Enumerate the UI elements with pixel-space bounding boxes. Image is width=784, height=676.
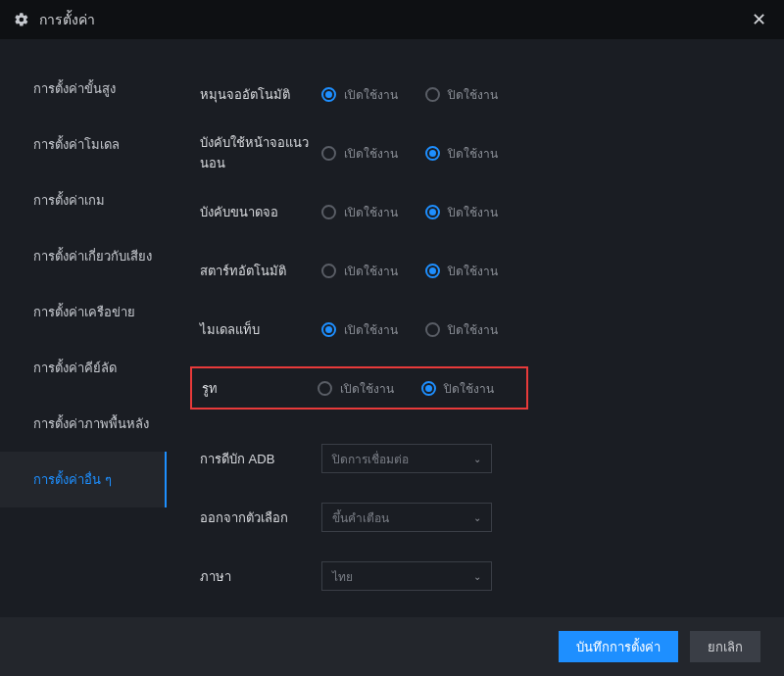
sidebar-item-label: การตั้งค่าขั้นสูง <box>33 78 116 99</box>
sidebar-item-game[interactable]: การตั้งค่าเกม <box>0 172 167 228</box>
row-label: ออกจากตัวเลือก <box>200 507 321 528</box>
radio-circle-icon <box>425 87 440 102</box>
content: หมุนจออัตโนมัติ เปิดใช้งาน ปิดใช้งาน บัง… <box>167 39 784 617</box>
radio-disable[interactable]: ปิดใช้งาน <box>425 262 498 280</box>
dropdown-language[interactable]: ไทย ⌄ <box>321 561 492 591</box>
row-label: ไมเดลแท็บ <box>200 319 321 340</box>
sidebar-item-label: การตั้งค่าเกี่ยวกับเสียง <box>33 246 152 266</box>
radio-label: ปิดใช้งาน <box>448 85 498 104</box>
close-icon[interactable]: ✕ <box>747 9 770 30</box>
radio-group-auto-start: เปิดใช้งาน ปิดใช้งาน <box>321 262 498 280</box>
sidebar-item-label: การตั้งค่าอื่น ๆ <box>33 469 112 490</box>
radio-group-root: เปิดใช้งาน ปิดใช้งาน <box>318 379 494 398</box>
radio-circle-icon <box>321 87 336 102</box>
sidebar-item-model[interactable]: การตั้งค่าโมเดล <box>0 117 167 172</box>
row-label: รูท <box>202 378 318 399</box>
sidebar-item-shortcuts[interactable]: การตั้งค่าคีย์ลัด <box>0 340 167 396</box>
cancel-button[interactable]: ยกเลิก <box>690 631 760 662</box>
sidebar-item-advanced[interactable]: การตั้งค่าขั้นสูง <box>0 61 167 117</box>
row-auto-start: สตาร์ทอัตโนมัติ เปิดใช้งาน ปิดใช้งาน <box>196 241 755 300</box>
row-root-highlighted: รูท เปิดใช้งาน ปิดใช้งาน <box>190 366 528 410</box>
radio-disable[interactable]: ปิดใช้งาน <box>425 203 498 221</box>
dropdown-exit-option[interactable]: ขึ้นคำเตือน ⌄ <box>321 503 492 532</box>
radio-enable[interactable]: เปิดใช้งาน <box>321 262 398 280</box>
radio-label: เปิดใช้งาน <box>340 379 394 398</box>
radio-circle-icon <box>321 322 336 337</box>
radio-label: เปิดใช้งาน <box>344 144 398 163</box>
radio-circle-icon <box>321 146 336 161</box>
dropdown-adb-debug[interactable]: ปิดการเชื่อมต่อ ⌄ <box>321 444 492 473</box>
chevron-down-icon: ⌄ <box>473 512 481 523</box>
titlebar-left: การตั้งค่า <box>14 9 95 30</box>
dropdown-value: ปิดการเชื่อมต่อ <box>332 450 409 468</box>
sidebar-item-label: การตั้งค่าโมเดล <box>33 134 120 155</box>
row-label: สตาร์ทอัตโนมัติ <box>200 261 321 281</box>
gear-icon <box>14 12 29 27</box>
radio-circle-icon <box>321 205 336 219</box>
radio-enable[interactable]: เปิดใช้งาน <box>321 320 398 339</box>
radio-group-model-tab: เปิดใช้งาน ปิดใช้งาน <box>321 320 498 339</box>
radio-circle-icon <box>421 381 436 396</box>
sidebar-item-label: การตั้งค่าคีย์ลัด <box>33 358 117 378</box>
dropdown-value: ขึ้นคำเตือน <box>332 508 389 527</box>
radio-circle-icon <box>318 381 332 396</box>
sidebar: การตั้งค่าขั้นสูง การตั้งค่าโมเดล การตั้… <box>0 39 167 617</box>
row-label: บังคับใช้หน้าจอแนวนอน <box>200 132 321 173</box>
radio-label: ปิดใช้งาน <box>444 379 494 398</box>
radio-label: ปิดใช้งาน <box>448 320 498 339</box>
radio-circle-icon <box>425 264 440 278</box>
row-exit-option: ออกจากตัวเลือก ขึ้นคำเตือน ⌄ <box>196 488 755 547</box>
sidebar-item-network[interactable]: การตั้งค่าเครือข่าย <box>0 284 167 340</box>
radio-label: ปิดใช้งาน <box>448 262 498 280</box>
row-label: หมุนจออัตโนมัติ <box>200 84 321 105</box>
footer: บันทึกการตั้งค่า ยกเลิก <box>0 617 784 676</box>
radio-enable[interactable]: เปิดใช้งาน <box>321 203 398 221</box>
sidebar-item-label: การตั้งค่าเกม <box>33 190 105 211</box>
sidebar-item-label: การตั้งค่าภาพพื้นหลัง <box>33 413 149 434</box>
row-adb-debug: การดีบัก ADB ปิดการเชื่อมต่อ ⌄ <box>196 429 755 488</box>
radio-circle-icon <box>425 205 440 219</box>
radio-label: เปิดใช้งาน <box>344 262 398 280</box>
row-force-landscape: บังคับใช้หน้าจอแนวนอน เปิดใช้งาน ปิดใช้ง… <box>196 123 755 182</box>
radio-label: ปิดใช้งาน <box>448 203 498 221</box>
sidebar-item-label: การตั้งค่าเครือข่าย <box>33 302 135 322</box>
radio-disable[interactable]: ปิดใช้งาน <box>425 144 498 163</box>
row-auto-rotate: หมุนจออัตโนมัติ เปิดใช้งาน ปิดใช้งาน <box>196 65 755 123</box>
radio-group-force-landscape: เปิดใช้งาน ปิดใช้งาน <box>321 144 498 163</box>
sidebar-item-wallpaper[interactable]: การตั้งค่าภาพพื้นหลัง <box>0 396 167 452</box>
radio-enable[interactable]: เปิดใช้งาน <box>318 379 394 398</box>
radio-label: เปิดใช้งาน <box>344 85 398 104</box>
settings-window: การตั้งค่า ✕ การตั้งค่าขั้นสูง การตั้งค่… <box>0 0 784 676</box>
radio-enable[interactable]: เปิดใช้งาน <box>321 85 398 104</box>
window-title: การตั้งค่า <box>39 9 95 30</box>
row-language: ภาษา ไทย ⌄ <box>196 547 755 605</box>
chevron-down-icon: ⌄ <box>473 571 481 582</box>
radio-label: ปิดใช้งาน <box>448 144 498 163</box>
radio-enable[interactable]: เปิดใช้งาน <box>321 144 398 163</box>
save-button[interactable]: บันทึกการตั้งค่า <box>559 631 678 662</box>
radio-label: เปิดใช้งาน <box>344 203 398 221</box>
radio-label: เปิดใช้งาน <box>344 320 398 339</box>
sidebar-item-audio[interactable]: การตั้งค่าเกี่ยวกับเสียง <box>0 228 167 284</box>
row-label: บังคับขนาดจอ <box>200 202 321 222</box>
chevron-down-icon: ⌄ <box>473 454 481 464</box>
radio-disable[interactable]: ปิดใช้งาน <box>425 85 498 104</box>
radio-circle-icon <box>425 146 440 161</box>
radio-circle-icon <box>425 322 440 337</box>
radio-group-auto-rotate: เปิดใช้งาน ปิดใช้งาน <box>321 85 498 104</box>
radio-group-force-screen-size: เปิดใช้งาน ปิดใช้งาน <box>321 203 498 221</box>
row-force-screen-size: บังคับขนาดจอ เปิดใช้งาน ปิดใช้งาน <box>196 182 755 241</box>
row-label: การดีบัก ADB <box>200 449 321 469</box>
row-model-tab: ไมเดลแท็บ เปิดใช้งาน ปิดใช้งาน <box>196 300 755 359</box>
radio-circle-icon <box>321 264 336 278</box>
row-label: ภาษา <box>200 566 321 587</box>
body: การตั้งค่าขั้นสูง การตั้งค่าโมเดล การตั้… <box>0 39 784 617</box>
titlebar: การตั้งค่า ✕ <box>0 0 784 39</box>
dropdown-value: ไทย <box>332 567 353 586</box>
sidebar-item-other[interactable]: การตั้งค่าอื่น ๆ <box>0 452 167 507</box>
radio-disable[interactable]: ปิดใช้งาน <box>425 320 498 339</box>
radio-disable[interactable]: ปิดใช้งาน <box>421 379 494 398</box>
